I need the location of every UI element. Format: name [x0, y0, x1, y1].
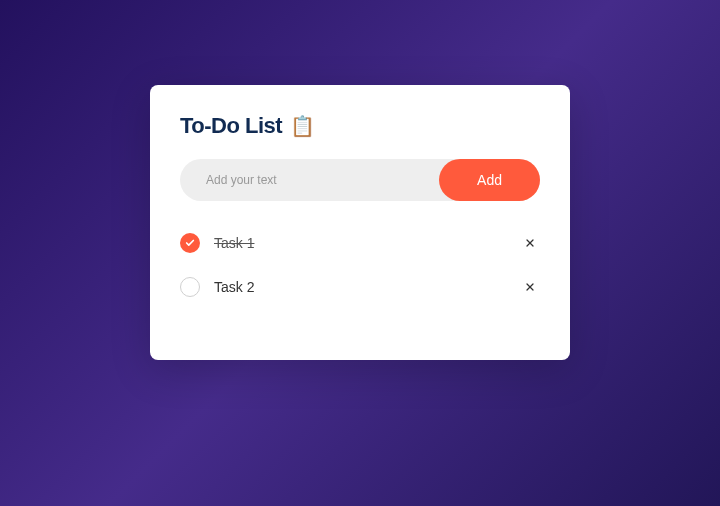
checkmark-icon — [185, 238, 195, 248]
delete-button[interactable] — [520, 277, 540, 297]
task-list: Task 1 Task 2 — [180, 227, 540, 303]
header: To-Do List 📋 — [180, 113, 540, 139]
close-icon — [524, 237, 536, 249]
input-row: Add — [180, 159, 540, 201]
clipboard-icon: 📋 — [290, 114, 315, 138]
task-label: Task 2 — [214, 279, 520, 295]
task-checkbox[interactable] — [180, 233, 200, 253]
todo-card: To-Do List 📋 Add Task 1 Task 2 — [150, 85, 570, 360]
delete-button[interactable] — [520, 233, 540, 253]
task-input[interactable] — [180, 173, 439, 187]
page-title: To-Do List — [180, 113, 282, 139]
task-item: Task 1 — [180, 227, 540, 259]
add-button[interactable]: Add — [439, 159, 540, 201]
task-label: Task 1 — [214, 235, 520, 251]
close-icon — [524, 281, 536, 293]
task-item: Task 2 — [180, 271, 540, 303]
task-checkbox[interactable] — [180, 277, 200, 297]
